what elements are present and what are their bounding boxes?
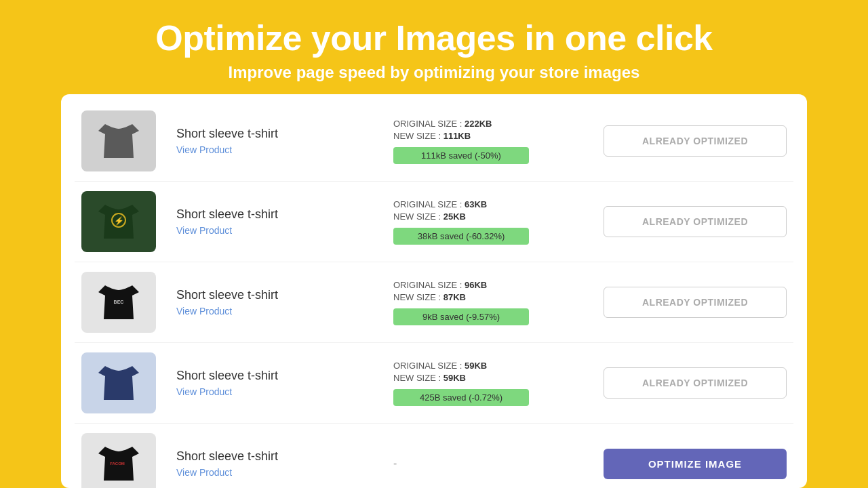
optimize-image-button[interactable]: OPTIMIZE IMAGE <box>604 449 787 479</box>
already-optimized-button[interactable]: ALREADY OPTIMIZED <box>604 206 787 237</box>
product-image: ⚡ <box>81 191 156 252</box>
page-header: Optimize your Images in one click Improv… <box>142 0 726 94</box>
size-info: ORIGINAL SIZE : 63KB NEW SIZE : 25KB 38k… <box>393 199 597 245</box>
savings-bar: 111kB saved (-50%) <box>393 147 529 164</box>
main-title: Optimize your Images in one click <box>155 19 713 58</box>
product-name: Short sleeve t-shirt <box>176 369 373 383</box>
product-image: FACOM <box>81 433 156 488</box>
svg-text:⚡: ⚡ <box>114 216 124 226</box>
table-row: Short sleeve t-shirt View Product ORIGIN… <box>75 101 793 182</box>
main-subtitle: Improve page speed by optimizing your st… <box>155 63 713 82</box>
product-name: Short sleeve t-shirt <box>176 288 373 302</box>
view-product-link[interactable]: View Product <box>176 467 232 478</box>
new-size: NEW SIZE : 25KB <box>393 211 597 222</box>
view-product-link[interactable]: View Product <box>176 306 232 317</box>
product-name: Short sleeve t-shirt <box>176 127 373 141</box>
action-area: ALREADY OPTIMIZED <box>597 125 787 157</box>
already-optimized-button[interactable]: ALREADY OPTIMIZED <box>604 125 787 157</box>
product-name: Short sleeve t-shirt <box>176 207 373 222</box>
size-info: ORIGINAL SIZE : 222KB NEW SIZE : 111KB 1… <box>393 119 597 164</box>
new-size: NEW SIZE : 59KB <box>393 373 597 383</box>
product-image: BEC <box>81 272 156 333</box>
product-info: Short sleeve t-shirt View Product <box>156 127 393 156</box>
already-optimized-button[interactable]: ALREADY OPTIMIZED <box>604 367 787 399</box>
table-row: BEC Short sleeve t-shirt View Product OR… <box>75 262 793 343</box>
action-area: OPTIMIZE IMAGE <box>597 449 787 479</box>
product-image <box>81 352 156 413</box>
table-row: ⚡ Short sleeve t-shirt View Product ORIG… <box>75 182 793 262</box>
action-area: ALREADY OPTIMIZED <box>597 287 787 318</box>
original-size: ORIGINAL SIZE : 96KB <box>393 280 597 290</box>
svg-text:BEC: BEC <box>114 300 124 304</box>
original-size: ORIGINAL SIZE : 63KB <box>393 199 597 209</box>
action-area: ALREADY OPTIMIZED <box>597 206 787 237</box>
product-image <box>81 110 156 171</box>
products-card: Short sleeve t-shirt View Product ORIGIN… <box>61 94 807 488</box>
original-size: ORIGINAL SIZE : 59KB <box>393 361 597 371</box>
view-product-link[interactable]: View Product <box>176 386 232 397</box>
product-name: Short sleeve t-shirt <box>176 449 373 464</box>
already-optimized-button[interactable]: ALREADY OPTIMIZED <box>604 287 787 318</box>
view-product-link[interactable]: View Product <box>176 225 232 236</box>
svg-text:FACOM: FACOM <box>110 462 125 466</box>
savings-bar: 9kB saved (-9.57%) <box>393 308 529 325</box>
product-info: Short sleeve t-shirt View Product <box>156 449 393 479</box>
original-size: ORIGINAL SIZE : 222KB <box>393 119 597 129</box>
size-info: - <box>393 458 597 470</box>
size-info: ORIGINAL SIZE : 59KB NEW SIZE : 59KB 425… <box>393 361 597 406</box>
savings-bar: 425B saved (-0.72%) <box>393 389 529 406</box>
size-info: ORIGINAL SIZE : 96KB NEW SIZE : 87KB 9kB… <box>393 280 597 325</box>
action-area: ALREADY OPTIMIZED <box>597 367 787 399</box>
table-row: Short sleeve t-shirt View Product ORIGIN… <box>75 343 793 424</box>
savings-bar: 38kB saved (-60.32%) <box>393 228 529 245</box>
no-size-dash: - <box>393 458 397 469</box>
product-info: Short sleeve t-shirt View Product <box>156 288 393 317</box>
new-size: NEW SIZE : 111KB <box>393 131 597 141</box>
table-row: FACOM Short sleeve t-shirt View Product … <box>75 424 793 488</box>
product-info: Short sleeve t-shirt View Product <box>156 369 393 398</box>
view-product-link[interactable]: View Product <box>176 144 232 155</box>
product-info: Short sleeve t-shirt View Product <box>156 207 393 237</box>
new-size: NEW SIZE : 87KB <box>393 292 597 302</box>
